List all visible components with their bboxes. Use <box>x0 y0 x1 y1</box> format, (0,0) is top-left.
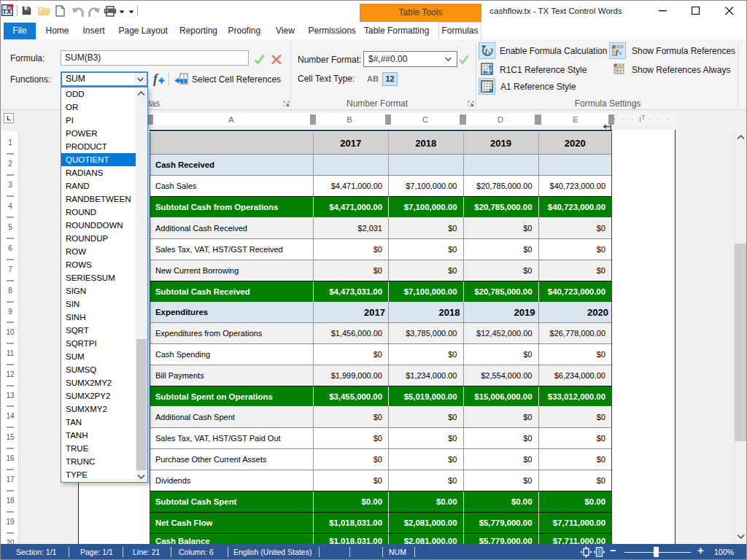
svg-text:XL: XL <box>7 6 13 10</box>
svg-text:f: f <box>153 71 159 86</box>
svg-text:x: x <box>618 49 622 56</box>
